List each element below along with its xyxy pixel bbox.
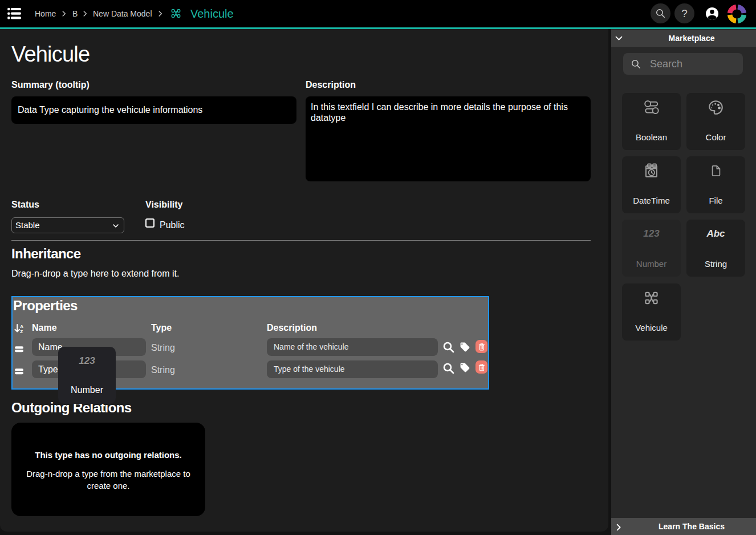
svg-text:Z: Z xyxy=(20,329,23,334)
